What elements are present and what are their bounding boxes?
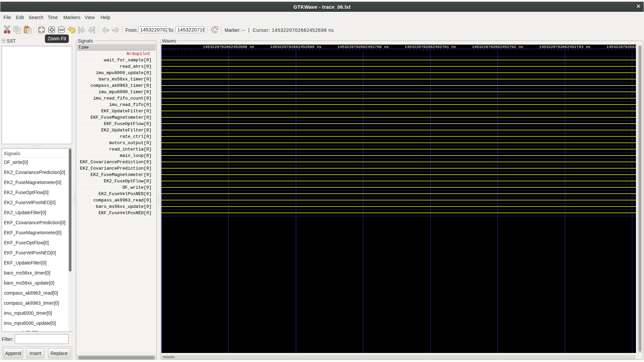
svg-text:1453220702662452704 ns: 1453220702662452704 ns [606,45,636,49]
svg-text:1453220702662452698 ns: 1453220702662452698 ns [203,45,254,49]
svg-text:1453220702662452702 ns: 1453220702662452702 ns [472,45,523,49]
svg-text:1453220702662452703 ns: 1453220702662452703 ns [539,45,590,49]
svg-text:1453220702662452699 ns: 1453220702662452699 ns [270,45,321,49]
svg-text:1453220702662452701 ns: 1453220702662452701 ns [405,45,456,49]
svg-text:1453220702662452700 ns: 1453220702662452700 ns [337,45,389,49]
